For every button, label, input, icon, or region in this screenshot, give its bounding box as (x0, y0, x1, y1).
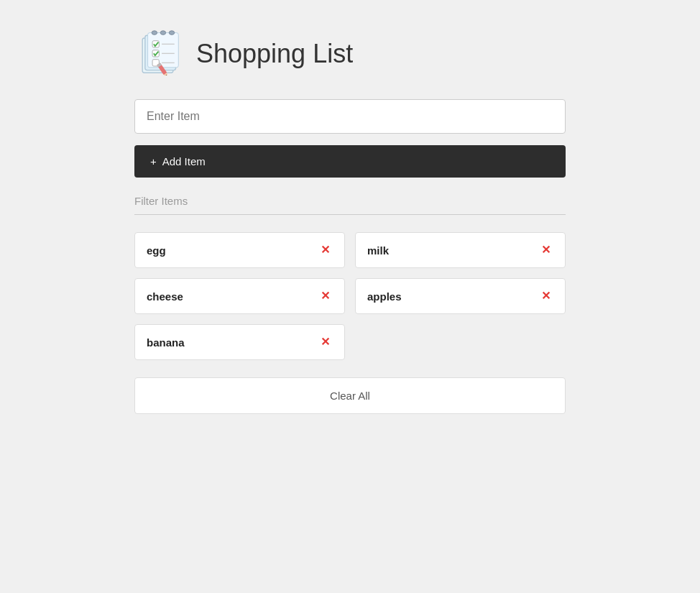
list-item: egg✕ (134, 232, 345, 268)
remove-item-button[interactable]: ✕ (318, 289, 333, 303)
svg-rect-6 (152, 41, 159, 47)
item-name: milk (367, 244, 389, 257)
clear-all-label: Clear All (330, 390, 370, 402)
svg-point-5 (169, 31, 174, 35)
app-title: Shopping List (196, 39, 353, 69)
app-icon (134, 29, 185, 79)
list-item: cheese✕ (134, 278, 345, 314)
item-name: cheese (147, 290, 183, 303)
plus-icon: + (150, 155, 157, 167)
list-item: apples✕ (355, 278, 566, 314)
remove-item-button[interactable]: ✕ (318, 243, 333, 257)
item-name: banana (147, 336, 185, 349)
remove-item-button[interactable]: ✕ (318, 335, 333, 349)
divider (134, 214, 566, 215)
item-input[interactable] (134, 99, 566, 134)
item-name: apples (367, 290, 402, 303)
svg-point-4 (160, 31, 165, 35)
items-grid: egg✕milk✕cheese✕apples✕banana✕ (134, 232, 566, 360)
svg-point-3 (152, 31, 157, 35)
app-container: Shopping List + Add Item Filter Items eg… (134, 29, 566, 564)
app-header: Shopping List (134, 29, 566, 79)
list-item: banana✕ (134, 324, 345, 360)
add-item-button[interactable]: + Add Item (134, 145, 566, 178)
clear-all-button[interactable]: Clear All (134, 377, 566, 414)
remove-item-button[interactable]: ✕ (538, 243, 553, 257)
add-item-label: Add Item (162, 155, 206, 167)
remove-item-button[interactable]: ✕ (538, 289, 553, 303)
filter-label: Filter Items (134, 195, 566, 207)
list-item: milk✕ (355, 232, 566, 268)
svg-rect-8 (152, 50, 159, 57)
item-name: egg (147, 244, 166, 257)
